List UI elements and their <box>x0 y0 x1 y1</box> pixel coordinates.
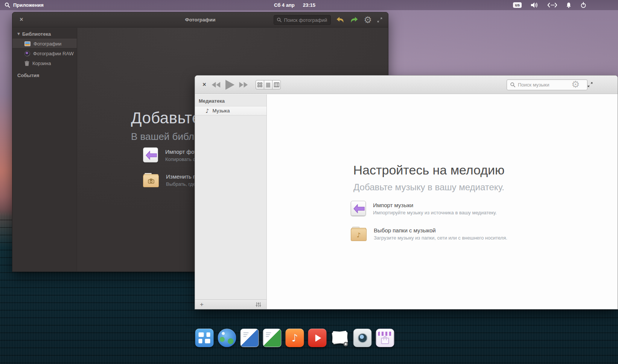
action-subtitle: Загрузите музыку из папки, сети или с вн… <box>374 235 507 241</box>
sidebar-item-label: Музыка <box>213 108 230 114</box>
photos-titlebar[interactable]: × Фотографии ⚙ <box>12 12 388 27</box>
sidebar-item-trash[interactable]: Корзина <box>12 58 77 68</box>
undo-button[interactable] <box>336 16 345 24</box>
settings-button[interactable]: ⚙ <box>364 15 372 24</box>
action-title: Выбор папки с музыкой <box>374 227 507 234</box>
dock-item-writer-icon[interactable] <box>241 329 259 347</box>
import-icon <box>143 147 158 162</box>
redo-button[interactable] <box>350 16 359 24</box>
change-photos-folder-action[interactable]: Изменить п Выбрать, где <box>143 172 197 187</box>
close-icon[interactable]: × <box>201 81 208 88</box>
grid-view-button[interactable] <box>256 80 264 89</box>
photos-search-field[interactable] <box>274 15 331 25</box>
play-icon <box>225 80 234 90</box>
dock-item-music-icon[interactable]: ♪ <box>286 329 304 347</box>
trash-icon <box>24 61 29 66</box>
dock-item-camera-icon[interactable] <box>353 329 372 347</box>
next-button[interactable] <box>239 82 248 88</box>
camera-lens-icon <box>24 51 30 56</box>
play-button[interactable] <box>225 80 234 90</box>
sidebar-item-photos-raw[interactable]: Фотографии RAW <box>12 49 77 58</box>
panel-time: 23:15 <box>303 2 315 8</box>
system-tray: us <box>513 0 586 10</box>
dock-item-multitasking-icon[interactable] <box>195 329 214 347</box>
photos-welcome-actions: Импорт фот Копировать ф Изменить п Выбра… <box>143 147 197 187</box>
desktop: Приложения Сб 4 апр 23:15 us × Фотогра <box>0 0 618 364</box>
fullscreen-icon <box>587 82 593 88</box>
photos-toolbar: ⚙ <box>274 12 383 27</box>
fullscreen-button[interactable] <box>587 82 593 89</box>
sidebar-section-library[interactable]: ▼ Библиотека <box>12 29 77 39</box>
choose-music-folder-action[interactable]: ♪ Выбор папки с музыкой Загрузите музыку… <box>351 226 507 241</box>
equalizer-button[interactable] <box>256 302 261 309</box>
undo-icon <box>336 16 345 24</box>
gear-icon: ⚙ <box>571 79 580 90</box>
music-welcome: Настройтесь на мелодию Добавьте музыку в… <box>267 163 591 193</box>
action-subtitle: Выбрать, где <box>166 181 196 187</box>
music-folder-icon: ♪ <box>351 229 367 241</box>
dock: ♪ <box>195 329 394 347</box>
play-icon <box>315 334 321 342</box>
lens-icon <box>358 333 368 343</box>
add-button[interactable]: + <box>200 300 204 309</box>
music-welcome-actions: Импорт музыки Импортируйте музыку из ист… <box>351 201 507 241</box>
sidebar-section-events[interactable]: События <box>12 70 77 80</box>
photo-icon <box>24 41 30 46</box>
dock-item-spreadsheet-icon[interactable] <box>263 329 282 347</box>
close-icon[interactable]: × <box>18 16 25 23</box>
notifications-icon[interactable] <box>566 2 572 8</box>
music-content: Настройтесь на мелодию Добавьте музыку в… <box>267 94 618 309</box>
library-header-label: Библиотека <box>22 31 51 37</box>
music-note-icon: ♪ <box>291 332 298 344</box>
panel-date: Сб 4 апр <box>274 2 295 8</box>
column-view-button[interactable] <box>272 80 281 89</box>
action-title: Импорт музыки <box>373 202 497 208</box>
action-title: Импорт фот <box>165 149 197 155</box>
power-icon[interactable] <box>580 2 586 8</box>
search-icon <box>5 2 10 8</box>
search-icon <box>277 17 282 23</box>
previous-button[interactable] <box>212 82 221 88</box>
photos-search-input[interactable] <box>284 17 328 23</box>
applications-label: Приложения <box>13 2 44 8</box>
grid-view-icon <box>257 82 262 87</box>
keyboard-layout-indicator[interactable]: us <box>513 2 522 8</box>
sidebar-item-label: Корзина <box>32 61 51 66</box>
volume-icon[interactable] <box>530 2 539 8</box>
sidebar-item-label: Фотографии RAW <box>33 51 74 56</box>
import-icon <box>351 201 366 216</box>
network-icon[interactable] <box>547 3 557 8</box>
folder-icon <box>143 175 159 187</box>
import-music-action[interactable]: Импорт музыки Импортируйте музыку из ист… <box>351 201 507 216</box>
expander-icon: ▼ <box>17 32 20 36</box>
music-titlebar[interactable]: × <box>195 76 618 94</box>
top-panel: Приложения Сб 4 апр 23:15 us <box>0 0 618 10</box>
sidebar-item-photos[interactable]: Фотографии <box>12 39 77 49</box>
music-note-icon: ♪ <box>357 231 361 239</box>
fullscreen-button[interactable] <box>377 17 383 23</box>
events-header-label: События <box>17 73 39 78</box>
dock-item-web-browser-icon[interactable] <box>218 329 236 347</box>
view-switcher <box>256 80 281 89</box>
library-header-label: Медиатека <box>195 96 266 106</box>
search-icon <box>510 82 516 88</box>
list-view-icon <box>266 82 271 87</box>
import-photos-action[interactable]: Импорт фот Копировать ф <box>143 147 197 162</box>
music-note-icon: ♪ <box>205 108 209 114</box>
dock-item-appcenter-icon[interactable] <box>376 329 394 347</box>
dock-item-videos-icon[interactable] <box>308 329 327 347</box>
music-statusbar: + <box>195 299 267 309</box>
settings-button[interactable]: ⚙ <box>571 80 580 89</box>
music-sidebar: Медиатека ♪ Музыка <box>195 94 267 299</box>
applications-menu[interactable]: Приложения <box>5 0 44 10</box>
list-view-button[interactable] <box>264 80 272 89</box>
dock-item-photos-icon[interactable] <box>331 329 349 347</box>
sidebar-item-label: Фотографии <box>33 41 61 47</box>
next-icon <box>239 82 248 88</box>
photos-sidebar: ▼ Библиотека Фотографии Фотографии RAW К… <box>12 28 77 271</box>
action-title: Изменить п <box>166 173 196 180</box>
column-view-icon <box>274 82 279 87</box>
datetime-indicator[interactable]: Сб 4 апр 23:15 <box>274 0 315 10</box>
fullscreen-icon <box>377 17 383 23</box>
sidebar-item-music[interactable]: ♪ Музыка <box>195 106 266 115</box>
